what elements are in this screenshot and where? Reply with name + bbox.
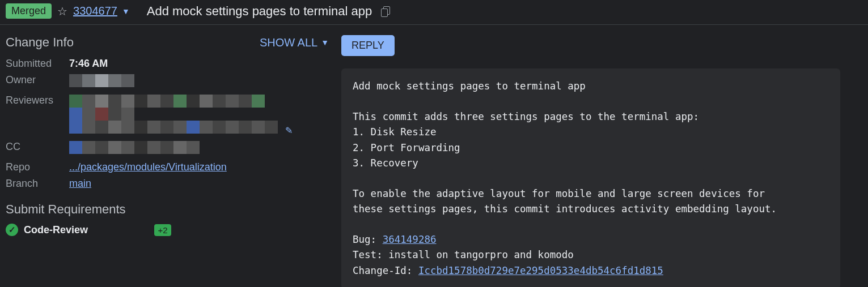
submitted-row: Submitted 7:46 AM (6, 58, 329, 70)
commit-body-para: To enable the adaptive layout for mobile… (353, 188, 777, 215)
repo-label: Repo (6, 161, 69, 173)
edit-reviewers-icon[interactable]: ✎ (285, 126, 293, 135)
change-title: Add mock settings pages to terminal app (147, 4, 372, 19)
change-number-link[interactable]: 3304677 (73, 5, 117, 18)
cc-value-redacted (69, 141, 200, 157)
status-chip-merged: Merged (6, 3, 52, 19)
reviewers-value-redacted: ✎ (69, 95, 293, 136)
commit-changeid-label: Change-Id: (353, 265, 418, 276)
branch-link[interactable]: main (69, 178, 91, 189)
star-icon[interactable]: ☆ (57, 6, 67, 17)
vote-chip: +2 (154, 224, 171, 236)
commit-message-box: Add mock settings pages to terminal app … (341, 68, 840, 287)
main-content: Change Info SHOW ALL ▼ Submitted 7:46 AM… (0, 25, 868, 287)
show-all-button[interactable]: SHOW ALL ▼ (260, 36, 329, 49)
cc-row: CC (6, 141, 329, 157)
commit-test-line: Test: install on tangorpro and komodo (353, 249, 574, 260)
change-info-heading: Change Info (6, 35, 74, 50)
change-number-dropdown-icon[interactable]: ▼ (122, 7, 130, 16)
change-info-panel: Change Info SHOW ALL ▼ Submitted 7:46 AM… (6, 35, 329, 236)
commit-list-1: 1. Disk Resize (353, 126, 437, 138)
submit-requirements-heading: Submit Requirements (6, 202, 329, 217)
reviewers-label: Reviewers (6, 95, 69, 106)
owner-row: Owner (6, 74, 329, 90)
copy-icon[interactable] (381, 6, 390, 16)
requirement-name: Code-Review (24, 224, 149, 236)
reply-button[interactable]: REPLY (341, 35, 395, 56)
owner-label: Owner (6, 74, 69, 86)
branch-row: Branch main (6, 178, 329, 190)
repo-link[interactable]: .../packages/modules/Virtualization (69, 161, 227, 173)
requirement-row: ✓ Code-Review +2 (6, 224, 329, 236)
submitted-label: Submitted (6, 58, 69, 70)
commit-title: Add mock settings pages to terminal app (353, 80, 586, 92)
check-circle-icon: ✓ (6, 224, 18, 236)
chevron-down-icon: ▼ (321, 38, 329, 47)
cc-label: CC (6, 141, 69, 153)
change-header: Merged ☆ 3304677 ▼ Add mock settings pag… (0, 0, 868, 25)
commit-list-2: 2. Port Forwarding (353, 142, 460, 153)
branch-label: Branch (6, 178, 69, 190)
commit-changeid-link[interactable]: Iccbd1578b0d729e7e295d0533e4db54c6fd1d81… (418, 265, 663, 276)
commit-body-intro: This commit adds three settings pages to… (353, 111, 699, 122)
repo-row: Repo .../packages/modules/Virtualization (6, 161, 329, 173)
commit-bug-label: Bug: (353, 234, 383, 245)
owner-value-redacted (69, 74, 134, 90)
show-all-label: SHOW ALL (260, 36, 317, 49)
reviewers-row: Reviewers ✎ (6, 95, 329, 136)
commit-list-3: 3. Recovery (353, 157, 418, 169)
message-panel: REPLY Add mock settings pages to termina… (341, 35, 862, 287)
commit-bug-link[interactable]: 364149286 (383, 234, 437, 245)
submitted-value: 7:46 AM (69, 58, 108, 70)
